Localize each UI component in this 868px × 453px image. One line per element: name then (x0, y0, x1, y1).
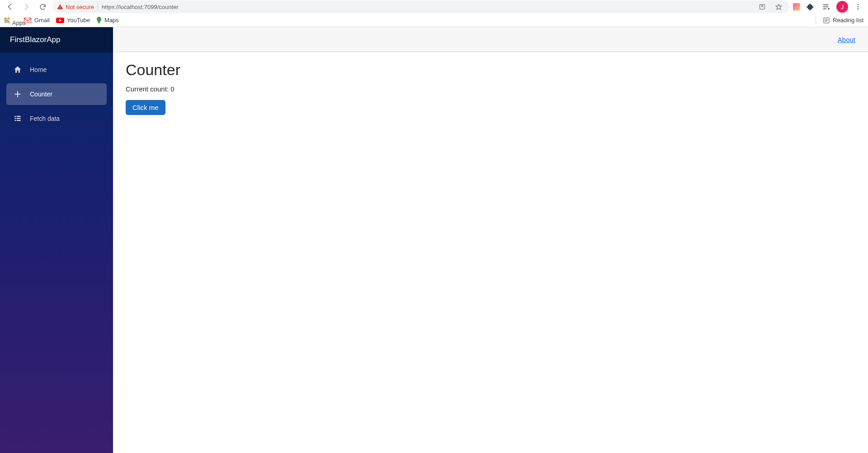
reading-list-button[interactable]: Reading list (823, 17, 863, 24)
nav: Home Counter Fetch data (0, 52, 113, 136)
url: https://localhost:7099/counter (102, 4, 179, 10)
reading-list-icon (823, 17, 830, 24)
browser-toolbar: Not secure https://localhost:7099/counte… (0, 0, 868, 14)
sidebar-item-label: Counter (30, 91, 52, 98)
avatar[interactable]: J (836, 1, 848, 13)
bookmark-label: Maps (104, 17, 119, 24)
svg-point-1 (858, 4, 859, 5)
bookmark-gmail[interactable]: Gmail (24, 17, 50, 24)
browser-chrome: Not secure https://localhost:7099/counte… (0, 0, 868, 27)
bookmark-label: YouTube (67, 17, 90, 24)
svg-rect-8 (14, 118, 16, 119)
kebab-menu-icon[interactable] (852, 0, 864, 13)
svg-point-2 (858, 6, 859, 8)
sidebar-item-counter[interactable]: Counter (6, 83, 107, 105)
count-label: Current count: (126, 85, 170, 93)
svg-rect-7 (17, 116, 21, 117)
url-rest: ://localhost:7099/counter (114, 4, 179, 10)
svg-rect-6 (14, 116, 16, 117)
svg-rect-9 (17, 118, 21, 119)
list-icon (13, 114, 23, 123)
count-line: Current count: 0 (126, 85, 855, 93)
sidebar-item-label: Home (30, 66, 47, 73)
brand-title[interactable]: FirstBlazorApp (0, 27, 113, 52)
playlist-icon[interactable] (820, 0, 833, 13)
theme-swatch-icon[interactable] (793, 3, 800, 10)
page: Counter Current count: 0 Click me (113, 52, 868, 124)
share-icon[interactable] (756, 0, 769, 13)
svg-point-3 (858, 8, 859, 10)
bookmark-maps[interactable]: Maps (96, 17, 119, 24)
topbar: About (113, 27, 868, 52)
address-bar[interactable]: Not secure https://localhost:7099/counte… (52, 0, 789, 13)
reload-button[interactable] (36, 0, 49, 13)
app-root: FirstBlazorApp Home Counter Fetch data (0, 27, 868, 453)
warning-icon (57, 4, 63, 10)
home-icon (13, 65, 23, 74)
plus-icon (13, 90, 23, 99)
youtube-icon (56, 18, 64, 23)
addr-divider (98, 3, 98, 10)
apps-grid-icon (5, 18, 9, 23)
svg-point-4 (98, 18, 100, 20)
sidebar-item-label: Fetch data (30, 115, 60, 122)
svg-rect-11 (17, 120, 21, 121)
not-secure-text: Not secure (66, 4, 94, 10)
maps-pin-icon (96, 17, 102, 24)
about-link[interactable]: About (838, 36, 855, 43)
bookmark-apps[interactable]: Apps (5, 18, 17, 23)
sidebar: FirstBlazorApp Home Counter Fetch data (0, 27, 113, 453)
bookmarks-bar: Apps Gmail YouTube Maps Reading list (0, 14, 868, 27)
bookbar-divider (815, 16, 816, 24)
url-scheme: https (102, 4, 114, 10)
sidebar-item-fetch-data[interactable]: Fetch data (6, 108, 107, 129)
forward-button[interactable] (20, 0, 33, 13)
star-icon[interactable] (772, 0, 785, 13)
sidebar-item-home[interactable]: Home (6, 59, 107, 81)
count-value: 0 (170, 85, 174, 93)
bookmark-label: Gmail (34, 17, 50, 24)
click-me-button[interactable]: Click me (126, 100, 165, 115)
bookmark-label: Apps (12, 19, 17, 21)
bookmark-youtube[interactable]: YouTube (56, 17, 90, 24)
back-button[interactable] (4, 0, 16, 13)
gmail-icon (24, 17, 32, 24)
content: About Counter Current count: 0 Click me (113, 27, 868, 453)
not-secure-badge[interactable]: Not secure (57, 4, 94, 10)
svg-rect-10 (14, 120, 16, 121)
extensions-icon[interactable] (804, 0, 816, 13)
page-title: Counter (126, 61, 855, 79)
reading-list-label: Reading list (833, 17, 863, 24)
